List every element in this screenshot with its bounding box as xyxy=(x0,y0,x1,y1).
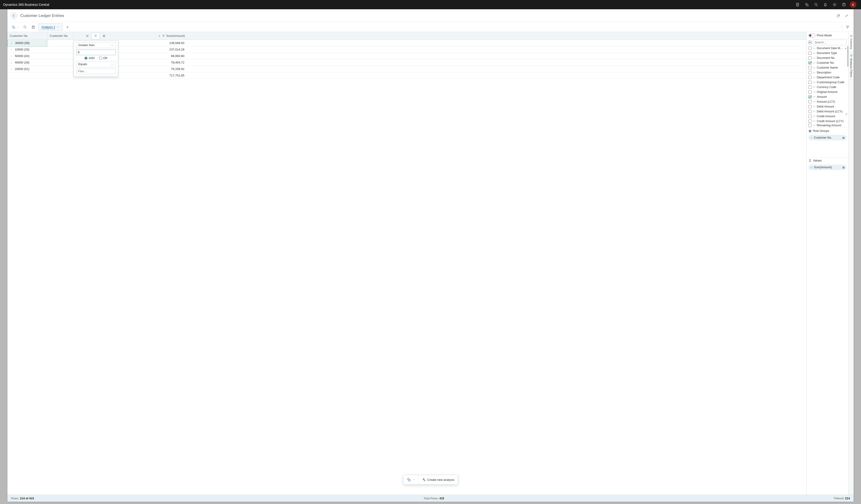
column-checkbox[interactable] xyxy=(808,115,812,118)
drag-handle-icon[interactable] xyxy=(813,86,815,87)
col-menu-filter-icon[interactable] xyxy=(92,32,100,39)
filter-toggle-icon[interactable] xyxy=(844,23,851,31)
col-header-customer-no-group[interactable]: Customer No. xyxy=(8,32,47,40)
column-checkbox[interactable] xyxy=(808,52,812,55)
drag-handle-icon[interactable] xyxy=(813,115,815,117)
select-all-checkbox[interactable] xyxy=(808,41,812,44)
drag-handle-icon[interactable] xyxy=(813,72,815,73)
column-checkbox[interactable] xyxy=(808,95,812,98)
column-checkbox[interactable] xyxy=(808,85,812,89)
col-menu-columns-icon[interactable] xyxy=(100,32,108,39)
column-item[interactable]: Credit Amount (LCY) xyxy=(807,119,848,123)
expand-icon[interactable] xyxy=(10,48,13,51)
column-item[interactable]: Document Type xyxy=(807,51,848,56)
drag-handle-icon[interactable] xyxy=(813,48,815,49)
expand-icon[interactable] xyxy=(10,61,13,64)
expand-icon[interactable] xyxy=(11,42,13,44)
filter-value2-input[interactable] xyxy=(76,69,115,74)
copilot-dropdown[interactable] xyxy=(10,23,20,31)
column-item[interactable]: Department Code xyxy=(807,75,848,80)
column-item[interactable]: Customer No. xyxy=(807,60,848,65)
drag-handle-icon[interactable] xyxy=(810,137,812,138)
scroll-down-caret-icon[interactable]: ▼ xyxy=(846,113,848,115)
col-header-amount[interactable]: Sum(Amount) xyxy=(118,32,187,40)
column-item[interactable]: Description xyxy=(807,70,848,75)
drag-handle-icon[interactable] xyxy=(813,125,815,126)
column-checkbox[interactable] xyxy=(808,100,812,103)
col-menu-lines-icon[interactable] xyxy=(83,32,92,39)
drag-handle-icon[interactable] xyxy=(813,121,815,122)
gear-icon[interactable] xyxy=(830,0,839,9)
add-tab-button[interactable] xyxy=(64,23,71,31)
column-checkbox[interactable] xyxy=(808,71,812,74)
remove-pill-icon[interactable]: ⊗ xyxy=(842,136,845,139)
column-item[interactable]: Document Date Month▲ xyxy=(807,46,848,51)
drag-handle-icon[interactable] xyxy=(813,62,815,64)
column-item[interactable]: Customer Name xyxy=(807,65,848,70)
grid-group-row[interactable]: 50000 (43)88,993.80 xyxy=(8,53,806,59)
grid-group-row[interactable]: 40000 (28)76,454.72 xyxy=(8,59,806,66)
vtab-columns[interactable]: Columns xyxy=(849,32,853,52)
help-icon[interactable] xyxy=(839,0,848,9)
back-button[interactable] xyxy=(10,12,18,19)
search-icon[interactable] xyxy=(811,0,821,9)
filter-value1-input[interactable] xyxy=(76,50,115,55)
doc-icon[interactable] xyxy=(793,0,802,9)
drag-handle-icon[interactable] xyxy=(813,53,815,54)
drag-handle-icon[interactable] xyxy=(813,67,815,68)
fab-copilot-button[interactable] xyxy=(403,475,418,484)
avatar-button[interactable]: K xyxy=(848,0,858,9)
filter-radio-and[interactable]: AND xyxy=(84,56,95,60)
column-checkbox[interactable] xyxy=(808,56,812,59)
column-item[interactable]: Credit Amount xyxy=(807,114,848,119)
column-checkbox[interactable] xyxy=(808,110,812,113)
drag-handle-icon[interactable] xyxy=(813,111,815,112)
drag-handle-icon[interactable] xyxy=(813,57,815,59)
expand-icon[interactable] xyxy=(10,68,13,70)
column-checkbox[interactable] xyxy=(808,90,812,94)
column-checkbox[interactable] xyxy=(808,105,812,108)
column-item[interactable]: Document No. xyxy=(807,56,848,60)
popout-icon[interactable] xyxy=(834,12,843,20)
drag-handle-icon[interactable] xyxy=(813,101,815,102)
row-group-pill[interactable]: Customer No. ⊗ xyxy=(808,135,847,140)
filter-radio-or[interactable]: OR xyxy=(99,56,108,60)
grid-group-row[interactable]: 10000 (33)237,014.28 xyxy=(8,46,806,53)
column-list[interactable]: Document Date Month▲Document TypeDocumen… xyxy=(807,46,848,127)
column-item[interactable]: Amount (LCY) xyxy=(807,99,848,104)
pivot-mode-toggle[interactable] xyxy=(808,33,815,37)
column-checkbox[interactable] xyxy=(808,61,812,65)
drag-handle-icon[interactable] xyxy=(813,82,815,83)
vtab-analysis-filters[interactable]: Analysis Filters xyxy=(849,52,853,80)
copilot-icon[interactable] xyxy=(802,0,811,9)
col-header-customer-no[interactable]: Customer No. xyxy=(47,32,73,40)
create-new-analysis-button[interactable]: Create new analysis xyxy=(418,475,457,484)
layout-icon[interactable] xyxy=(30,23,37,31)
avatar[interactable]: K xyxy=(850,1,856,8)
column-search-input[interactable] xyxy=(813,40,847,45)
row-groups-area[interactable]: Customer No. ⊗ xyxy=(807,134,848,157)
drag-handle-icon[interactable] xyxy=(813,106,815,107)
column-checkbox[interactable] xyxy=(808,81,812,84)
column-checkbox[interactable] xyxy=(808,46,812,50)
filter-op1-select[interactable]: Greater than xyxy=(76,42,115,48)
expand-icon[interactable] xyxy=(10,55,13,57)
column-item[interactable]: Amount xyxy=(807,94,848,99)
filter-op2-select[interactable]: Equals xyxy=(76,61,115,67)
column-checkbox[interactable] xyxy=(808,66,812,69)
tab-analysis-1[interactable]: Analysis 1 xyxy=(38,23,63,31)
value-pill[interactable]: Sum(Amount) ⊗ xyxy=(808,164,847,170)
column-item[interactable]: Currency Code xyxy=(807,85,848,90)
bell-icon[interactable] xyxy=(821,0,830,9)
drag-handle-icon[interactable] xyxy=(813,77,815,78)
column-checkbox[interactable] xyxy=(808,76,812,79)
column-item[interactable]: Debit Amount xyxy=(807,104,848,109)
drag-handle-icon[interactable] xyxy=(813,91,815,93)
column-item[interactable]: Customergroup Code xyxy=(807,80,848,85)
search-analysis-icon[interactable] xyxy=(21,23,29,31)
drag-handle-icon[interactable] xyxy=(813,96,815,97)
column-checkbox[interactable] xyxy=(808,120,812,123)
column-item[interactable]: Debit Amount (LCY) xyxy=(807,109,848,114)
grid-group-row[interactable]: 30000 (59)238,948.93 xyxy=(8,40,806,46)
grid-group-row[interactable]: 20000 (51)76,339.92 xyxy=(8,66,806,72)
